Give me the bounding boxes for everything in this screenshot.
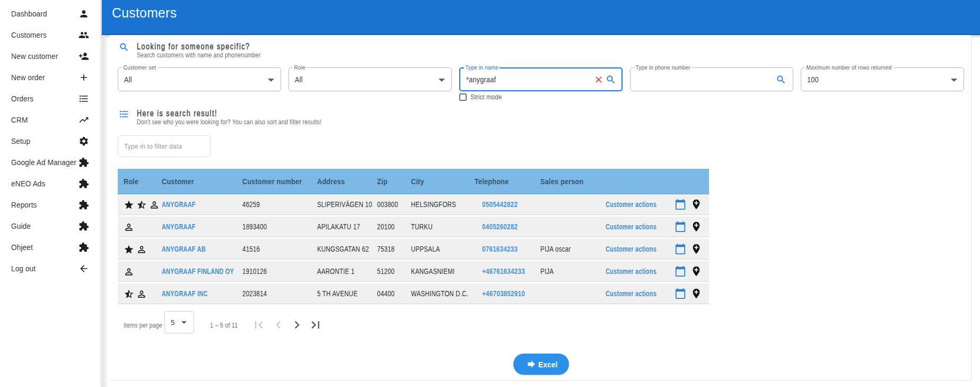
sidebar: DashboardCustomersNew customerNew orderO… <box>0 0 101 387</box>
calendar-icon[interactable] <box>675 243 686 255</box>
sidebar-item-ohjeet[interactable]: Ohjeet <box>0 237 101 258</box>
add-location-icon[interactable] <box>690 221 702 233</box>
table-row: ANYGRAAF46259SLIPERIVÄGEN 10003800HELSIN… <box>118 194 709 215</box>
person-outline-icon <box>149 200 160 210</box>
sidebar-item-setup[interactable]: Setup <box>0 131 101 152</box>
telephone-link[interactable]: +46703852910 <box>482 283 525 304</box>
table-row: ANYGRAAF INC20238145 TH AVENUE04400WASHI… <box>118 283 709 304</box>
excel-button[interactable]: Excel <box>513 354 569 375</box>
last-page-icon <box>308 317 323 332</box>
max-rows-value: 100 <box>807 68 819 91</box>
city-cell: KANGASNIEMI <box>411 261 454 282</box>
role-select[interactable]: Role All <box>288 67 452 91</box>
customer-actions-link[interactable]: Customer actions <box>606 283 657 304</box>
col-zip[interactable]: Zip <box>377 169 388 194</box>
add-location-icon[interactable] <box>690 288 702 299</box>
col-address[interactable]: Address <box>317 169 345 194</box>
col-customer-number[interactable]: Customer number <box>242 169 302 194</box>
phone-field-label: Type in phone number <box>634 64 692 71</box>
page-size-select[interactable]: 5 <box>164 311 194 333</box>
trending-up-icon <box>78 115 89 125</box>
customer-set-select[interactable]: Customer set All <box>118 67 281 91</box>
calendar-icon[interactable] <box>675 199 686 210</box>
customer-link[interactable]: ANYGRAAF <box>162 194 196 215</box>
telephone-link[interactable]: 0405260282 <box>482 217 518 237</box>
list-icon <box>78 93 89 104</box>
sidebar-item-new-customer[interactable]: New customer <box>0 46 101 67</box>
customer-actions-link[interactable]: Customer actions <box>606 239 657 260</box>
first-page-button[interactable] <box>251 317 266 332</box>
sidebar-item-dashboard[interactable]: Dashboard <box>0 3 101 24</box>
customer-number-cell: 41516 <box>242 239 260 260</box>
sidebar-item-guide[interactable]: Guide <box>0 216 101 237</box>
customer-actions-link[interactable]: Customer actions <box>606 261 657 282</box>
chevron-down-icon <box>951 79 957 82</box>
sidebar-item-customers[interactable]: Customers <box>0 24 101 46</box>
clear-icon[interactable] <box>593 74 604 85</box>
col-city[interactable]: City <box>411 169 424 194</box>
extension-icon <box>78 178 89 189</box>
telephone-link[interactable]: 0761634233 <box>482 239 518 260</box>
customer-link[interactable]: ANYGRAAF AB <box>162 239 206 260</box>
max-rows-select[interactable]: Maximum number of rows returned 100 <box>801 67 964 91</box>
sidebar-item-label: Dashboard <box>11 3 47 24</box>
sidebar-item-new-order[interactable]: New order <box>0 67 101 88</box>
role-icons <box>124 194 160 215</box>
add-location-icon[interactable] <box>690 265 702 277</box>
phone-field[interactable]: Type in phone number <box>630 67 793 91</box>
calendar-icon[interactable] <box>675 265 686 277</box>
sidebar-item-orders[interactable]: Orders <box>0 88 101 109</box>
sidebar-item-google-ad-manager[interactable]: Google Ad Manager <box>0 152 101 173</box>
extension-icon <box>78 242 89 253</box>
customer-link[interactable]: ANYGRAAF FINLAND OY <box>162 261 234 282</box>
sidebar-item-label: Log out <box>11 258 36 279</box>
telephone-link[interactable]: +46761634233 <box>482 261 525 282</box>
sidebar-item-label: Orders <box>11 88 33 109</box>
first-page-icon <box>251 317 266 332</box>
customer-actions-link[interactable]: Customer actions <box>606 217 657 237</box>
col-telephone[interactable]: Telephone <box>475 169 509 194</box>
add-location-icon[interactable] <box>690 199 702 210</box>
sidebar-item-reports[interactable]: Reports <box>0 194 101 216</box>
col-sales-person[interactable]: Sales person <box>540 169 583 194</box>
customer-actions-link[interactable]: Customer actions <box>606 194 657 215</box>
chevron-down-icon <box>439 79 445 82</box>
col-role[interactable]: Role <box>124 169 138 194</box>
last-page-button[interactable] <box>308 317 323 332</box>
next-page-button[interactable] <box>290 317 304 332</box>
name-field[interactable]: Type in name *anygraaf <box>459 67 623 91</box>
star-half-icon <box>124 289 134 299</box>
col-customer[interactable]: Customer <box>162 169 194 194</box>
customer-number-cell: 1893400 <box>242 217 267 237</box>
city-cell: TURKU <box>411 217 433 237</box>
role-icons <box>124 217 134 237</box>
search-phone-icon[interactable] <box>776 74 786 85</box>
search-name-icon[interactable] <box>606 74 616 85</box>
sidebar-item-log-out[interactable]: Log out <box>0 258 101 279</box>
filter-input[interactable] <box>118 135 211 157</box>
customer-link[interactable]: ANYGRAAF <box>162 217 196 237</box>
sidebar-item-label: Setup <box>11 131 30 152</box>
customer-link[interactable]: ANYGRAAF INC <box>162 283 208 304</box>
strict-mode-checkbox[interactable] <box>459 93 467 101</box>
star-icon <box>124 200 134 210</box>
chevron-right-icon <box>290 317 304 332</box>
sidebar-item-label: Reports <box>11 194 37 216</box>
excel-button-label: Excel <box>538 360 558 369</box>
role-icons <box>124 239 147 260</box>
search-icon <box>119 42 129 53</box>
sidebar-item-label: New customer <box>11 46 58 67</box>
search-section-subtitle: Search customers with name and phonenumb… <box>137 51 260 59</box>
zip-cell: 75318 <box>377 239 395 260</box>
previous-page-button[interactable] <box>271 317 286 332</box>
star-half-icon <box>136 200 147 210</box>
add-location-icon[interactable] <box>690 243 702 255</box>
calendar-icon[interactable] <box>675 221 686 233</box>
customer-number-cell: 46259 <box>242 194 260 215</box>
sidebar-item-crm[interactable]: CRM <box>0 109 101 131</box>
calendar-icon[interactable] <box>675 288 686 299</box>
telephone-link[interactable]: 0505442822 <box>482 194 518 215</box>
sidebar-item-label: Google Ad Manager <box>11 152 76 173</box>
chevron-down-icon <box>268 79 274 82</box>
sidebar-item-eneo-ads[interactable]: eNEO Ads <box>0 173 101 194</box>
